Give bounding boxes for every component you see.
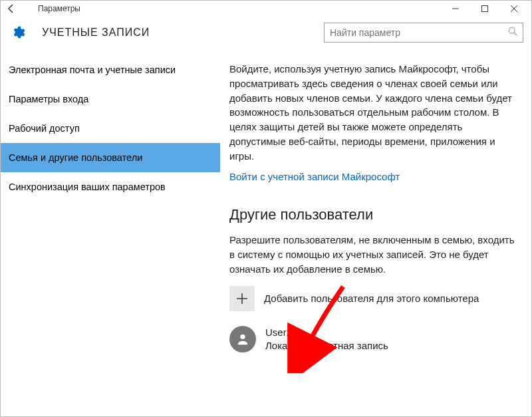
settings-window: Параметры УЧЕТНЫЕ ЗАПИСИ Электронная поч…	[0, 0, 532, 417]
svg-line-5	[514, 33, 517, 35]
close-button[interactable]	[499, 1, 529, 17]
user-text: User2 Локальная учетная запись	[265, 326, 388, 353]
main-content: Войдите, используя учетную запись Майкро…	[220, 49, 531, 416]
family-info-text: Войдите, используя учетную запись Майкро…	[229, 62, 518, 163]
sidebar: Электронная почта и учетные записиПараме…	[1, 49, 220, 416]
user-name: User2	[265, 326, 388, 339]
search-icon	[508, 27, 517, 39]
window-controls	[441, 1, 529, 17]
plus-icon	[229, 286, 255, 311]
svg-rect-1	[482, 6, 488, 12]
svg-point-4	[509, 27, 515, 33]
other-users-info: Разрешите пользователям, не включенным в…	[229, 233, 518, 276]
add-user-label: Добавить пользователя для этого компьюте…	[264, 293, 479, 304]
sidebar-item-2[interactable]: Рабочий доступ	[1, 114, 220, 143]
header-row: УЧЕТНЫЕ ЗАПИСИ	[1, 17, 531, 49]
user-type: Локальная учетная запись	[265, 339, 388, 352]
avatar-icon	[229, 326, 256, 352]
title-bar: Параметры	[1, 1, 531, 17]
window-title: Параметры	[38, 4, 80, 13]
maximize-button[interactable]	[470, 1, 499, 17]
gear-icon	[9, 25, 27, 40]
minimize-button[interactable]	[441, 1, 470, 17]
body: Электронная почта и учетные записиПараме…	[1, 49, 531, 416]
signin-link[interactable]: Войти с учетной записи Майкрософт	[229, 171, 518, 182]
sidebar-item-4[interactable]: Синхронизация ваших параметров	[1, 172, 220, 202]
svg-point-8	[240, 334, 245, 339]
other-users-heading: Другие пользователи	[229, 206, 518, 223]
user-row[interactable]: User2 Локальная учетная запись	[229, 326, 518, 353]
sidebar-item-3[interactable]: Семья и другие пользователи	[1, 143, 220, 172]
back-button[interactable]	[3, 3, 19, 14]
add-user-button[interactable]: Добавить пользователя для этого компьюте…	[229, 286, 518, 311]
sidebar-item-0[interactable]: Электронная почта и учетные записи	[1, 55, 220, 84]
sidebar-item-1[interactable]: Параметры входа	[1, 84, 220, 114]
search-field[interactable]	[324, 23, 523, 43]
search-input[interactable]	[330, 27, 508, 38]
page-title: УЧЕТНЫЕ ЗАПИСИ	[42, 27, 150, 39]
